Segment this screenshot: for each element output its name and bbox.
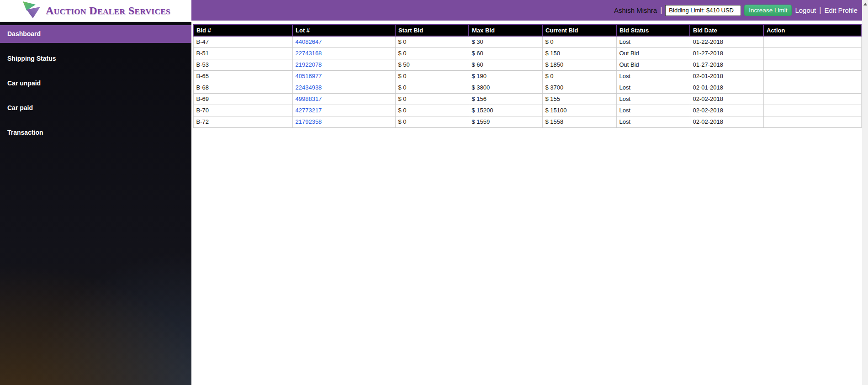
lot-link[interactable]: 21922078: [296, 61, 322, 68]
max-bid-cell: $ 156: [469, 93, 542, 105]
action-cell: [763, 93, 861, 105]
bid-status-cell: Lost: [616, 70, 690, 82]
header-separator: |: [660, 6, 662, 15]
user-name: Ashish Mishra: [614, 6, 657, 14]
lot-number-cell: 49988317: [292, 93, 395, 105]
current-bid-cell: $ 1558: [542, 116, 616, 127]
action-cell: [763, 70, 861, 82]
col-header-bid-status: Bid Status: [616, 25, 690, 36]
action-cell: [763, 47, 861, 59]
scroll-up-arrow-icon[interactable]: [863, 3, 867, 5]
max-bid-cell: $ 190: [469, 70, 542, 82]
bid-date-cell: 02-02-2018: [690, 93, 763, 105]
lot-link[interactable]: 42773217: [296, 107, 322, 114]
lot-link[interactable]: 40516977: [296, 73, 322, 79]
table-row: B-65 40516977 $ 0 $ 190 $ 0 Lost 02-01-2…: [193, 70, 861, 82]
brand-name: Auction Dealer Services: [46, 5, 170, 17]
bid-date-cell: 02-02-2018: [690, 105, 763, 116]
bidding-limit-input[interactable]: [665, 5, 741, 16]
lot-link[interactable]: 21792358: [296, 118, 322, 125]
lot-link[interactable]: 22743168: [296, 50, 322, 57]
col-header-max-bid: Max Bid: [469, 25, 542, 36]
logout-link[interactable]: Logout: [795, 6, 816, 14]
current-bid-cell: $ 0: [542, 70, 616, 82]
bid-date-cell: 01-22-2018: [690, 36, 763, 47]
table-row: B-70 42773217 $ 0 $ 15200 $ 15100 Lost 0…: [193, 105, 861, 116]
start-bid-cell: $ 0: [395, 70, 469, 82]
table-header-row: Bid # Lot # Start Bid Max Bid Current Bi…: [193, 25, 861, 36]
current-bid-cell: $ 1850: [542, 59, 616, 70]
bid-date-cell: 02-02-2018: [690, 116, 763, 127]
bid-status-cell: Lost: [616, 82, 690, 93]
sidebar-item-transaction[interactable]: Transaction: [0, 124, 191, 142]
bid-number-cell: B-72: [193, 116, 292, 127]
table-row: B-53 21922078 $ 50 $ 60 $ 1850 Out Bid 0…: [193, 59, 861, 70]
bid-status-cell: Lost: [616, 116, 690, 127]
max-bid-cell: $ 3800: [469, 82, 542, 93]
lot-link[interactable]: 49988317: [296, 95, 322, 102]
col-header-lot: Lot #: [292, 25, 395, 36]
action-cell: [763, 36, 861, 47]
bid-number-cell: B-53: [193, 59, 292, 70]
lot-number-cell: 22434938: [292, 82, 395, 93]
header-separator: |: [819, 6, 821, 15]
bid-status-cell: Lost: [616, 93, 690, 105]
increase-limit-button[interactable]: Increase Limit: [744, 5, 792, 16]
table-row: B-47 44082647 $ 0 $ 30 $ 0 Lost 01-22-20…: [193, 36, 861, 47]
bid-date-cell: 02-01-2018: [690, 70, 763, 82]
start-bid-cell: $ 0: [395, 47, 469, 59]
action-cell: [763, 116, 861, 127]
bid-date-cell: 01-27-2018: [690, 47, 763, 59]
max-bid-cell: $ 1559: [469, 116, 542, 127]
bid-number-cell: B-70: [193, 105, 292, 116]
edit-profile-link[interactable]: Edit Profile: [824, 6, 857, 14]
bid-date-cell: 01-27-2018: [690, 59, 763, 70]
bid-number-cell: B-51: [193, 47, 292, 59]
sidebar-item-car-unpaid[interactable]: Car unpaid: [0, 74, 191, 92]
lot-link[interactable]: 22434938: [296, 84, 322, 91]
lot-number-cell: 21922078: [292, 59, 395, 70]
sidebar: Dashboard Shipping Status Car unpaid Car…: [0, 21, 191, 385]
sidebar-item-shipping-status[interactable]: Shipping Status: [0, 50, 191, 68]
logo-icon: [21, 1, 42, 21]
lot-number-cell: 21792358: [292, 116, 395, 127]
bid-status-cell: Lost: [616, 36, 690, 47]
current-bid-cell: $ 0: [542, 36, 616, 47]
col-header-bid-date: Bid Date: [690, 25, 763, 36]
table-row: B-51 22743168 $ 0 $ 60 $ 150 Out Bid 01-…: [193, 47, 861, 59]
start-bid-cell: $ 0: [395, 105, 469, 116]
start-bid-cell: $ 0: [395, 93, 469, 105]
current-bid-cell: $ 155: [542, 93, 616, 105]
sidebar-item-car-paid[interactable]: Car paid: [0, 99, 191, 117]
lot-number-cell: 44082647: [292, 36, 395, 47]
lot-number-cell: 40516977: [292, 70, 395, 82]
col-header-action: Action: [763, 25, 861, 36]
current-bid-cell: $ 3700: [542, 82, 616, 93]
scrollbar[interactable]: [862, 0, 868, 385]
action-cell: [763, 105, 861, 116]
table-row: B-68 22434938 $ 0 $ 3800 $ 3700 Lost 02-…: [193, 82, 861, 93]
max-bid-cell: $ 60: [469, 59, 542, 70]
max-bid-cell: $ 30: [469, 36, 542, 47]
bid-status-cell: Out Bid: [616, 47, 690, 59]
bid-status-cell: Lost: [616, 105, 690, 116]
bid-date-cell: 02-01-2018: [690, 82, 763, 93]
start-bid-cell: $ 0: [395, 116, 469, 127]
lot-number-cell: 22743168: [292, 47, 395, 59]
bid-number-cell: B-68: [193, 82, 292, 93]
bid-number-cell: B-69: [193, 93, 292, 105]
logo: Auction Dealer Services: [0, 0, 191, 22]
col-header-bid: Bid #: [193, 25, 292, 36]
start-bid-cell: $ 0: [395, 82, 469, 93]
start-bid-cell: $ 0: [395, 36, 469, 47]
lot-number-cell: 42773217: [292, 105, 395, 116]
col-header-start-bid: Start Bid: [395, 25, 469, 36]
max-bid-cell: $ 15200: [469, 105, 542, 116]
table-row: B-69 49988317 $ 0 $ 156 $ 155 Lost 02-02…: [193, 93, 861, 105]
current-bid-cell: $ 150: [542, 47, 616, 59]
max-bid-cell: $ 60: [469, 47, 542, 59]
lot-link[interactable]: 44082647: [296, 38, 322, 45]
sidebar-item-dashboard[interactable]: Dashboard: [0, 25, 191, 43]
bids-table: Bid # Lot # Start Bid Max Bid Current Bi…: [193, 24, 862, 128]
bid-number-cell: B-65: [193, 70, 292, 82]
